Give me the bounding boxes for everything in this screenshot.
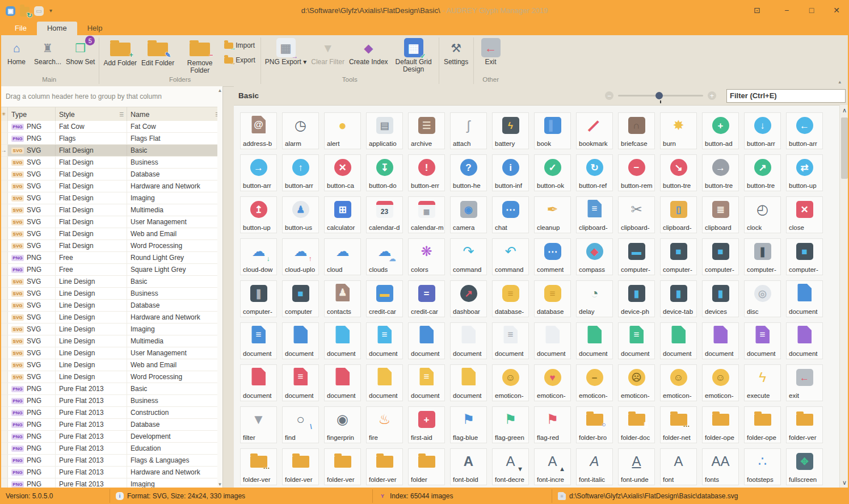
glyph-cell[interactable]: ↗button-tre <box>744 154 781 191</box>
glyph-cell[interactable]: ?button-he <box>450 154 487 191</box>
tab-file[interactable]: File <box>5 22 37 35</box>
glyph-cell[interactable]: ▬computer- <box>618 238 655 275</box>
glyph-cell[interactable]: −button-rem <box>618 154 655 191</box>
glyph-cell[interactable]: ▯folder-doc <box>618 406 655 443</box>
glyph-cell[interactable]: !button-err <box>408 154 445 191</box>
glyph-cell[interactable]: ☺emoticon- <box>492 364 529 401</box>
glyph-cell[interactable]: ✂clipboard- <box>618 196 655 233</box>
glyph-cell[interactable]: ◆compass <box>576 238 613 275</box>
glyph-cell[interactable]: ≡document <box>240 322 277 359</box>
glyph-cell[interactable]: document <box>702 322 739 359</box>
glyph-cell[interactable]: –emoticon- <box>576 364 613 401</box>
table-row[interactable]: SVGSVGLine DesignDatabase <box>0 300 217 312</box>
glyph-cell[interactable]: ⚑flag-red <box>534 406 571 443</box>
glyph-cell[interactable]: ☁↑cloud-uplo <box>282 238 319 275</box>
glyph-cell[interactable]: ◷alarm <box>282 112 319 149</box>
quick-access-open-folder-button[interactable]: ↻ <box>20 4 30 17</box>
glyph-cell[interactable]: +button-ad <box>702 112 739 149</box>
glyph-cell[interactable]: ↓button-arr <box>744 112 781 149</box>
table-row[interactable]: PNGPNGFlagsFlags Flat <box>0 133 217 145</box>
table-row[interactable]: SVGSVGFlat DesignWeb and Email <box>0 228 217 240</box>
glyph-cell[interactable]: ▯clipboard- <box>660 196 697 233</box>
glyph-cell[interactable]: Afont-bold <box>450 448 487 485</box>
table-row[interactable]: SVGSVGLine DesignImaging <box>0 324 217 335</box>
close-button[interactable]: ✕ <box>824 0 849 20</box>
glyph-cell[interactable]: ≡document <box>744 322 781 359</box>
glyph-cell[interactable]: ↥button-up <box>240 196 277 233</box>
ribbon-button-search[interactable]: ♜Search... <box>32 37 64 67</box>
scroll-down-icon[interactable]: ∨ <box>840 479 849 486</box>
filter-input[interactable] <box>726 89 846 103</box>
ribbon-button-exit[interactable]: ←Exit <box>476 37 506 67</box>
glyph-cell[interactable]: ☺emoticon- <box>702 364 739 401</box>
table-row[interactable]: SVGSVGFlat DesignDatabase <box>0 169 217 180</box>
glyph-cell[interactable]: document <box>450 364 487 401</box>
glyph-cell[interactable]: ▮device-ph <box>618 280 655 317</box>
ribbon-button-settings[interactable]: ⚒Settings <box>441 37 472 67</box>
ribbon-button-export[interactable]: →Export <box>224 56 255 64</box>
glyph-cell[interactable]: folder-ver <box>786 406 823 443</box>
glyph-cell[interactable]: 23calendar-d <box>366 196 403 233</box>
glyph-cell[interactable]: Afont-unde <box>618 448 655 485</box>
glyph-cell[interactable]: ↶command <box>492 238 529 275</box>
table-row[interactable]: PNGPNGFat CowFat Cow <box>0 121 217 133</box>
glyph-cell[interactable]: ▤applicatio <box>366 112 403 149</box>
table-row[interactable]: PNGPNGPure Flat 2013Hardware and Network <box>0 467 217 478</box>
zoom-in-icon[interactable]: + <box>708 91 716 100</box>
table-row[interactable]: SVGSVGFlat DesignWord Processing <box>0 240 217 252</box>
glyph-cell[interactable]: folder-ver <box>366 448 403 485</box>
sort-icon[interactable]: ☰ <box>119 112 127 117</box>
glyph-cell[interactable]: ◉fingerprin <box>324 406 361 443</box>
glyph-cell[interactable]: ○folder-bro <box>576 406 613 443</box>
glyph-cell[interactable]: document <box>786 322 823 359</box>
glyph-cell[interactable]: document <box>450 322 487 359</box>
glyph-cell[interactable]: ▬credit-car <box>366 280 403 317</box>
glyph-cell[interactable]: ☺emoticon- <box>660 364 697 401</box>
scroll-up-icon[interactable]: ▲ <box>217 88 222 93</box>
glyph-cell[interactable]: ♥emoticon- <box>534 364 571 401</box>
glyph-cell[interactable]: ♟contacts <box>324 280 361 317</box>
glyph-cell[interactable]: ✕close <box>786 196 823 233</box>
glyph-cell[interactable]: ∴footsteps <box>744 448 781 485</box>
table-row[interactable]: PNGPNGPure Flat 2013Business <box>0 395 217 407</box>
glyph-cell[interactable]: ☁☁clouds <box>366 238 403 275</box>
table-row[interactable]: PNGPNGPure Flat 2013Development <box>0 431 217 443</box>
grid-scrollbar-thumb[interactable] <box>841 117 848 179</box>
glyph-cell[interactable]: →button-arr <box>240 154 277 191</box>
glyph-cell[interactable]: ↻button-ref <box>576 154 613 191</box>
glyph-cell[interactable]: ≡document <box>408 364 445 401</box>
glyph-cell[interactable]: ❋colors <box>408 238 445 275</box>
glyph-cell[interactable]: ❚computer- <box>744 238 781 275</box>
glyph-cell[interactable]: ←button-arr <box>786 112 823 149</box>
quick-access-image-tool-button[interactable]: ▣ <box>6 5 15 16</box>
glyph-cell[interactable]: ≡document <box>282 364 319 401</box>
minimize-button[interactable]: − <box>774 0 799 20</box>
glyph-cell[interactable]: @address-b <box>240 112 277 149</box>
table-row[interactable]: SVGSVGLine DesignMultimedia <box>0 335 217 347</box>
glyph-cell[interactable]: =credit-car <box>408 280 445 317</box>
glyph-cell[interactable]: document <box>534 322 571 359</box>
glyph-cell[interactable]: ◴clock <box>744 196 781 233</box>
glyph-cell[interactable]: ≣clipboard <box>702 196 739 233</box>
glyph-cell[interactable]: ☁cloud <box>324 238 361 275</box>
glyph-cell[interactable]: document <box>366 364 403 401</box>
glyph-cell[interactable]: document <box>660 322 697 359</box>
ribbon-button-show-set[interactable]: ❒5Show Set <box>64 37 97 67</box>
glyph-cell[interactable]: ↷command <box>450 238 487 275</box>
ribbon-button-clear-filter[interactable]: ▼Clear Filter <box>309 37 347 67</box>
ribbon-button-default-grid-design[interactable]: ▦✓Default Grid Design <box>390 37 437 74</box>
glyph-cell[interactable]: ↘button-tre <box>660 154 697 191</box>
glyph-cell[interactable]: ≡document <box>492 322 529 359</box>
glyph-cell[interactable]: ☰archive <box>408 112 445 149</box>
glyph-cell[interactable]: ✥fullscreen <box>786 448 823 485</box>
glyph-cell[interactable]: ↑button-arr <box>282 154 319 191</box>
glyph-cell[interactable]: ∩briefcase <box>618 112 655 149</box>
glyph-cell[interactable]: ○\find <box>282 406 319 443</box>
glyph-cell[interactable]: ●alert <box>324 112 361 149</box>
table-row[interactable]: SVGSVGLine DesignBusiness <box>0 288 217 300</box>
glyph-cell[interactable]: document <box>408 322 445 359</box>
glyph-cell[interactable]: ▦calendar-m <box>408 196 445 233</box>
glyph-cell[interactable]: A▴font-incre <box>534 448 571 485</box>
ribbon-button-remove-folder[interactable]: −Remove Folder <box>176 37 223 75</box>
glyph-cell[interactable]: ■computer- <box>786 238 823 275</box>
